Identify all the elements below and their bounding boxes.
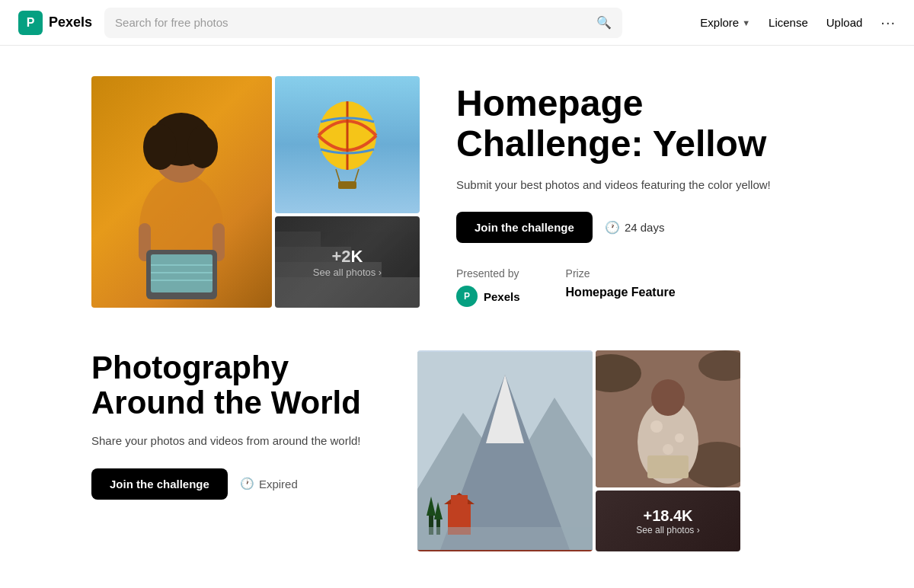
- photo-cell-woman: [91, 76, 272, 308]
- challenge-title: Homepage Challenge: Yellow: [456, 84, 823, 165]
- search-icon: 🔍: [596, 15, 612, 30]
- photo-cell-person-world: [596, 350, 740, 487]
- photo-bg-woman: [91, 76, 272, 308]
- clock-icon-2: 🕐: [240, 477, 254, 491]
- explore-link[interactable]: Explore ▼: [700, 16, 750, 29]
- svg-point-40: [651, 379, 685, 416]
- photo-cell-balloon: [275, 76, 420, 213]
- svg-point-37: [650, 420, 663, 433]
- join-challenge-button[interactable]: Join the challenge: [456, 212, 593, 243]
- logo-icon: P: [18, 11, 43, 35]
- svg-rect-17: [275, 262, 382, 277]
- search-input[interactable]: [115, 16, 596, 29]
- second-challenge-title: Photography Around the World: [91, 350, 381, 420]
- svg-rect-41: [647, 455, 689, 478]
- timer-badge: 🕐 24 days: [605, 220, 665, 235]
- svg-point-4: [187, 126, 218, 168]
- license-link[interactable]: License: [769, 16, 808, 29]
- svg-rect-8: [151, 254, 213, 292]
- svg-point-38: [675, 433, 684, 443]
- challenge-actions: Join the challenge 🕐 24 days: [456, 212, 823, 243]
- chevron-down-icon: ▼: [742, 18, 750, 27]
- photo-bg-balloon: [275, 76, 420, 213]
- stairs-bg: [275, 216, 420, 308]
- presenter-name: Pexels: [484, 290, 520, 303]
- woman-illustration: [91, 76, 272, 308]
- challenge-section-world: Photography Around the World Share your …: [91, 350, 823, 551]
- search-bar: 🔍: [104, 8, 622, 38]
- prize-col: Prize Homepage Feature: [566, 267, 676, 299]
- svg-rect-18: [275, 247, 351, 262]
- navbar: P Pexels 🔍 Explore ▼ License Upload ···: [0, 0, 914, 46]
- logo-link[interactable]: P Pexels: [18, 11, 92, 35]
- challenge-info-yellow: Homepage Challenge: Yellow Submit your b…: [456, 76, 823, 307]
- presented-by-col: Presented by P Pexels: [456, 267, 520, 307]
- prize-value: Homepage Feature: [566, 286, 676, 299]
- photo-cell-mountain: [417, 350, 593, 551]
- svg-line-14: [355, 169, 359, 181]
- second-challenge-description: Share your photos and videos from around…: [91, 433, 381, 450]
- more-button[interactable]: ···: [880, 14, 896, 31]
- svg-rect-31: [417, 527, 593, 550]
- presented-by-label: Presented by: [456, 267, 520, 280]
- challenge-description: Submit your best photos and videos featu…: [456, 177, 823, 194]
- clock-icon: 🕐: [605, 220, 620, 235]
- svg-rect-19: [275, 232, 321, 247]
- challenge-info-world: Photography Around the World Share your …: [91, 350, 381, 500]
- balloon-illustration: [313, 99, 382, 190]
- main-content: +2K See all photos › Homepage Challenge:…: [0, 46, 914, 582]
- photo-grid-world: +18.4K See all photos ›: [417, 350, 740, 551]
- photo-bg-more: +2K See all photos ›: [275, 216, 420, 308]
- presenter-logo: P: [456, 286, 478, 307]
- join-challenge-button-2[interactable]: Join the challenge: [91, 468, 228, 500]
- svg-rect-16: [275, 277, 420, 308]
- svg-point-3: [143, 124, 177, 170]
- svg-line-13: [336, 169, 340, 181]
- upload-link[interactable]: Upload: [826, 16, 863, 29]
- meta-row: Presented by P Pexels Prize Homepage Fea…: [456, 267, 823, 307]
- photo-grid-yellow: +2K See all photos ›: [91, 76, 420, 308]
- svg-point-39: [663, 444, 673, 455]
- prize-label: Prize: [566, 267, 676, 280]
- svg-rect-15: [338, 181, 356, 189]
- photo-cell-more-yellow[interactable]: +2K See all photos ›: [275, 216, 420, 308]
- mountain-illustration: [417, 350, 593, 551]
- second-challenge-actions: Join the challenge 🕐 Expired: [91, 468, 381, 500]
- person-world-illustration: [596, 350, 740, 487]
- presenter-row: P Pexels: [456, 286, 520, 307]
- nav-links: Explore ▼ License Upload ···: [700, 14, 896, 31]
- challenge-section-yellow: +2K See all photos › Homepage Challenge:…: [91, 76, 823, 308]
- app-name: Pexels: [49, 14, 92, 30]
- expired-badge: 🕐 Expired: [240, 477, 298, 491]
- svg-rect-26: [451, 495, 468, 504]
- photo-cell-more-world[interactable]: +18.4K See all photos ›: [596, 491, 740, 551]
